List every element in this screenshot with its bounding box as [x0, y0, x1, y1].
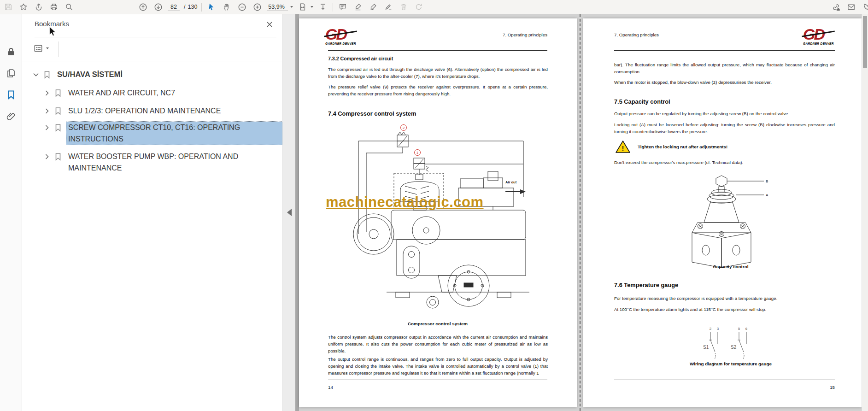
- zoom-in-button[interactable]: [252, 1, 263, 12]
- share-link-button[interactable]: [830, 1, 841, 12]
- signature-button[interactable]: [368, 1, 379, 12]
- delete-button[interactable]: [398, 1, 409, 12]
- bookmark-item-water-air-circuit[interactable]: WATER AND AIR CIRCUIT, NC7: [22, 87, 282, 99]
- attachments-panel-button[interactable]: [6, 111, 17, 122]
- highlight-button[interactable]: [352, 1, 364, 12]
- bookmark-item-screw-compressor[interactable]: SCREW COMPRESSOR CT10, CT16: OPERATING I…: [22, 122, 282, 145]
- zoom-in-icon: [253, 3, 262, 12]
- chevron-down-icon: [46, 47, 49, 49]
- panel-close-button[interactable]: [265, 20, 274, 29]
- terminal-3: 3: [717, 327, 719, 331]
- chevron-right-icon[interactable]: [43, 124, 51, 131]
- search-button[interactable]: [64, 1, 75, 12]
- page-number: 15: [814, 385, 835, 390]
- scroll-mode-button[interactable]: [317, 1, 328, 12]
- mouse-cursor: [49, 27, 56, 37]
- panel-splitter[interactable]: [295, 14, 299, 411]
- page-number-input[interactable]: 82: [168, 3, 180, 11]
- acrobat-window: 82 /130 53,9%: [0, 0, 868, 411]
- comment-button[interactable]: [337, 1, 348, 12]
- terminal-6: 6: [745, 327, 748, 331]
- star-button[interactable]: [18, 1, 29, 12]
- panel-resize-gutter[interactable]: [282, 14, 295, 411]
- close-icon: [265, 20, 274, 29]
- bookmark-label-selected[interactable]: SCREW COMPRESSOR CT10, CT16: OPERATING I…: [66, 122, 282, 145]
- collapse-panel-arrow-icon[interactable]: [287, 209, 292, 216]
- chevron-down-icon[interactable]: [32, 71, 40, 78]
- contact-button[interactable]: [861, 1, 868, 12]
- chevron-right-icon[interactable]: [43, 107, 51, 115]
- page-count-label: /130: [184, 4, 197, 10]
- label-a: A: [766, 193, 768, 197]
- security-panel-button[interactable]: [6, 47, 17, 58]
- paperclip-icon: [6, 111, 17, 122]
- bookmark-item-su-hava-sistemi[interactable]: SU/HAVA SİSTEMİ: [22, 69, 282, 80]
- page-up-icon: [139, 3, 147, 12]
- bookmark-item-slu-operation[interactable]: SLU 1/2/3: OPERATION AND MAINTENANCE: [22, 105, 282, 117]
- bookmark-label[interactable]: SU/HAVA SİSTEMİ: [55, 69, 282, 80]
- switch-s1: S1: [703, 345, 709, 350]
- page-separator: [580, 14, 581, 411]
- zoom-level-combo[interactable]: 53,9%: [267, 3, 293, 11]
- section-75-title: 7.5 Capacity control: [614, 98, 670, 105]
- zoom-level-value[interactable]: 53,9%: [267, 3, 288, 11]
- save-button[interactable]: [3, 1, 14, 12]
- panel-divider: [22, 61, 282, 61]
- page-fit-combo[interactable]: [297, 1, 313, 12]
- paragraph: The output control range is continuous, …: [328, 356, 548, 376]
- fill-sign-icon: [384, 3, 393, 11]
- paragraph: The compressed air is led out through th…: [328, 66, 548, 80]
- panel-divider: [35, 37, 276, 37]
- share-upload-button[interactable]: [33, 1, 44, 12]
- email-button[interactable]: [845, 1, 856, 12]
- paragraph: Don't exceed the compressor's max.pressu…: [614, 159, 835, 166]
- terminal-5: 5: [738, 327, 740, 331]
- main-toolbar: 82 /130 53,9%: [0, 0, 868, 14]
- navigation-rail: [0, 14, 22, 411]
- lock-icon: [6, 47, 17, 58]
- options-list-icon: [33, 43, 43, 53]
- pdf-page-14: GD GARDNER DENVER 7. Operating principle…: [299, 18, 577, 407]
- hand-tool-icon: [223, 3, 231, 11]
- bookmark-item-water-booster-pump[interactable]: WATER BOOSTER PUMP WBP: OPERATION AND MA…: [22, 151, 282, 174]
- bookmark-label[interactable]: SLU 1/2/3: OPERATION AND MAINTENANCE: [66, 105, 282, 117]
- warning-note: ! Tighten the locking nut after adjustme…: [616, 140, 727, 153]
- document-view[interactable]: GD GARDNER DENVER 7. Operating principle…: [299, 14, 862, 411]
- previous-page-button[interactable]: [137, 1, 148, 12]
- footer-rule: [328, 380, 547, 380]
- bookmark-label[interactable]: WATER BOOSTER PUMP WBP: OPERATION AND MA…: [66, 151, 282, 174]
- scrollbar-thumb[interactable]: [863, 16, 867, 68]
- phone-icon: [862, 3, 868, 12]
- zoom-out-icon: [238, 3, 246, 12]
- share-upload-icon: [35, 3, 43, 11]
- redo-button[interactable]: [413, 1, 424, 12]
- print-button[interactable]: [48, 1, 59, 12]
- chevron-right-icon[interactable]: [43, 153, 51, 160]
- save-icon: [4, 3, 12, 11]
- bookmark-options-button[interactable]: [33, 43, 49, 53]
- capacity-control-figure: B A: [687, 174, 780, 273]
- fit-width-button[interactable]: [297, 1, 308, 12]
- toolbar-divider: [333, 3, 333, 12]
- hand-tool-button[interactable]: [221, 1, 232, 12]
- paragraph: At 100°C the temperature alarm lights an…: [614, 306, 835, 313]
- comment-icon: [339, 3, 347, 11]
- fit-width-icon: [299, 3, 307, 11]
- page-header: 7. Operating principles: [614, 32, 659, 37]
- watermark: machinecatalogic.com: [326, 194, 484, 211]
- zoom-out-button[interactable]: [236, 1, 247, 12]
- vertical-scrollbar[interactable]: [862, 14, 868, 411]
- gardner-denver-logo: GD GARDNER DENVER: [325, 27, 361, 45]
- bookmark-label[interactable]: WATER AND AIR CIRCUIT, NC7: [66, 87, 282, 99]
- bookmark-icon: [53, 123, 63, 132]
- chevron-down-icon: [290, 6, 293, 8]
- select-tool-button[interactable]: [206, 1, 217, 12]
- highlighter-icon: [354, 3, 362, 11]
- print-icon: [50, 3, 58, 11]
- page-thumbnails-button[interactable]: [6, 68, 17, 79]
- star-icon: [19, 3, 28, 11]
- bookmarks-panel-button[interactable]: [6, 89, 17, 100]
- fill-sign-button[interactable]: [383, 1, 394, 12]
- next-page-button[interactable]: [152, 1, 164, 12]
- chevron-right-icon[interactable]: [43, 89, 51, 97]
